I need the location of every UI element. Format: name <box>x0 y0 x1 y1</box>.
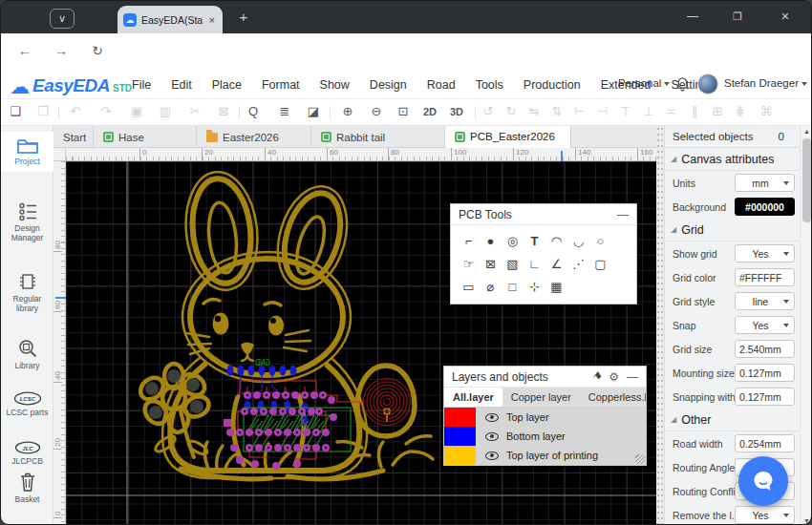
show-grid-select[interactable]: Yes <box>735 244 795 262</box>
tool-dimension[interactable]: ∟ <box>524 254 545 275</box>
save-button[interactable]: ❐ <box>32 104 53 118</box>
tool-arc[interactable]: ◠ <box>546 231 567 252</box>
doc-tab-rabbit-tail[interactable]: Rabbit tail <box>311 126 445 148</box>
flip-vertical-button[interactable]: ⇅ <box>546 104 567 118</box>
user-menu[interactable]: Stefan Draeger <box>724 77 807 89</box>
tool-group[interactable]: ⊹ <box>524 277 545 298</box>
combine-button[interactable]: ⌘ <box>756 104 777 118</box>
tool-circle[interactable]: ○ <box>590 231 611 252</box>
section-canvas-attributes[interactable]: ◢Canvas attributes <box>665 148 800 171</box>
rotate-right-button[interactable]: ↻ <box>501 104 522 118</box>
remove-loop-select[interactable]: Yes <box>735 506 795 524</box>
redo-button[interactable]: ↷ <box>96 104 117 118</box>
background-color-swatch[interactable]: #000000 <box>735 198 795 216</box>
menu-file[interactable]: File <box>132 78 151 92</box>
grid-style-select[interactable]: line <box>735 292 795 310</box>
layer-row-top-silk[interactable]: Top layer of printing <box>444 446 646 465</box>
layers-panel-titlebar[interactable]: Layers and objects ⚑ ⚙ — <box>444 367 646 388</box>
menu-edit[interactable]: Edit <box>171 78 192 92</box>
align-right-button[interactable]: ⊣ <box>592 104 613 118</box>
new-tab-button[interactable]: + <box>233 9 254 25</box>
sidebar-item-project[interactable]: Project <box>1 132 53 172</box>
road-width-input[interactable]: 0.254mm <box>735 434 795 452</box>
view-3d-button[interactable]: 3D <box>446 104 467 120</box>
tool-connect-region[interactable]: ⊠ <box>481 254 502 275</box>
menu-show[interactable]: Show <box>320 78 350 92</box>
eye-visibility-icon[interactable] <box>485 452 499 460</box>
tool-measure[interactable]: ⋰ <box>568 254 589 275</box>
pcb-tools-titlebar[interactable]: PCB Tools — <box>451 204 636 225</box>
snapping-width-input[interactable]: 0.127mm <box>735 388 795 406</box>
tool-hole[interactable]: □ <box>502 277 524 298</box>
align-left-button[interactable]: ⊢ <box>569 104 590 118</box>
window-minimize-button[interactable]: — <box>674 1 711 32</box>
menu-design[interactable]: Design <box>370 78 407 92</box>
menu-place[interactable]: Place <box>212 78 242 92</box>
doc-tab-hase[interactable]: Hase <box>94 126 197 148</box>
panel-resize-handle[interactable] <box>635 454 645 464</box>
mounting-size-input[interactable]: 0.127mm <box>735 364 795 382</box>
view-2d-button[interactable]: 2D <box>419 104 440 120</box>
scrollbar-thumb[interactable] <box>802 138 811 222</box>
layer-row-bottom[interactable]: Bottom layer <box>444 427 646 446</box>
layers-tab-copper[interactable]: Copper layer <box>502 388 580 407</box>
user-avatar[interactable] <box>697 74 718 94</box>
distribute-vertical-button[interactable]: ∥ <box>684 104 705 118</box>
scroll-down-arrow[interactable]: ▼ <box>801 517 812 524</box>
tool-solder-mask[interactable]: ▢ <box>590 254 611 275</box>
tool-copper-area[interactable]: ▭ <box>459 277 480 298</box>
rotate-left-button[interactable]: ↺ <box>478 104 499 118</box>
zoom-fit-button[interactable]: ⊡ <box>393 104 414 118</box>
easyeda-logo[interactable]: ☁ EasyEDA STD <box>10 74 132 96</box>
panel-splitter[interactable] <box>656 126 665 525</box>
delete-button[interactable]: ⊠ <box>213 104 234 118</box>
layers-tab-copperless[interactable]: Copperless.lay <box>580 388 646 407</box>
copy-button[interactable]: ▣ <box>126 104 147 118</box>
browser-tab[interactable]: ☁ EasyEDA(Standard) - A simple a × <box>118 6 223 33</box>
search-button[interactable]: Q <box>243 104 264 118</box>
eye-visibility-icon[interactable] <box>485 413 499 422</box>
tool-drag[interactable]: ☞ <box>459 254 480 275</box>
tool-pad[interactable]: ● <box>481 231 502 252</box>
reload-button[interactable]: ↻ <box>87 43 108 58</box>
zoom-in-button[interactable]: ⊕ <box>337 104 358 118</box>
align-bottom-button[interactable]: ⊥ <box>638 104 659 118</box>
eraser-button[interactable]: ◪ <box>303 104 324 118</box>
notifications-bell-icon[interactable] <box>675 76 690 92</box>
sidebar-item-jlcpcb[interactable]: JLC JLCPCB <box>1 441 53 466</box>
tool-groove[interactable]: ⌀ <box>481 277 502 298</box>
find-similar-button[interactable]: ≣ <box>274 104 295 118</box>
units-select[interactable]: mm <box>735 174 795 192</box>
tool-arc-center[interactable]: ◡ <box>568 231 589 252</box>
zoom-out-button[interactable]: ⊖ <box>366 104 387 118</box>
back-button[interactable]: ← <box>14 43 35 58</box>
account-type-dropdown[interactable]: Personal <box>618 77 670 89</box>
gear-icon[interactable]: ⚙ <box>609 370 619 384</box>
tool-track[interactable]: ⌐ <box>459 231 480 252</box>
layer-color-swatch[interactable] <box>444 446 476 465</box>
menu-production[interactable]: Production <box>524 78 581 92</box>
layer-color-swatch[interactable] <box>444 408 476 427</box>
tool-panelize[interactable]: ▦ <box>546 277 567 298</box>
doc-tab-start[interactable]: Start <box>53 126 94 148</box>
sidebar-item-design-manager[interactable]: Design Manager <box>1 202 53 242</box>
flip-horizontal-button[interactable]: ⇋ <box>524 104 545 118</box>
doc-tab-easter2026[interactable]: Easter2026 <box>197 126 311 148</box>
layer-row-top[interactable]: Top layer <box>444 408 646 427</box>
tool-via[interactable]: ◎ <box>502 231 524 252</box>
tool-image[interactable]: ▧ <box>502 254 524 275</box>
tool-text[interactable]: T <box>524 231 545 252</box>
paste-button[interactable]: ▥ <box>155 104 176 118</box>
layer-color-swatch[interactable] <box>444 427 476 446</box>
menu-format[interactable]: Format <box>262 78 300 92</box>
eye-visibility-icon[interactable] <box>485 432 499 441</box>
cut-button[interactable]: ✂ <box>184 104 205 118</box>
sidebar-item-basket[interactable]: Basket <box>1 472 53 504</box>
align-grid-button[interactable]: ⊞ <box>707 104 728 118</box>
minimize-icon[interactable]: — <box>617 208 629 221</box>
tab-close-icon[interactable]: × <box>207 14 217 26</box>
snap-select[interactable]: Yes <box>735 316 795 334</box>
doc-tab-pcb-easter2026[interactable]: PCB_Easter2026 <box>445 126 571 148</box>
align-center-button[interactable]: ⋕ <box>730 104 751 118</box>
forward-button[interactable]: → <box>51 43 72 58</box>
